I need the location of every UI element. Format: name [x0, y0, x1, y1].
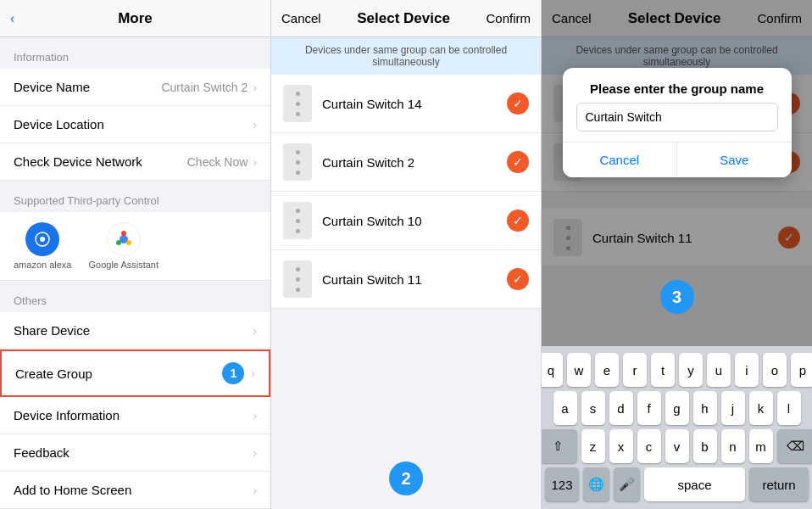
- device-name-text: Curtain Switch 11: [322, 272, 497, 287]
- key-j[interactable]: j: [721, 391, 745, 425]
- check-icon: ✓: [507, 151, 529, 173]
- menu-item-add-home[interactable]: Add to Home Screen ›: [0, 472, 270, 509]
- dialog-save-button[interactable]: Save: [677, 143, 792, 177]
- group-name-dialog: Please enter the group name Cancel Save: [563, 68, 792, 177]
- dialog-cancel-button[interactable]: Cancel: [563, 143, 678, 177]
- key-h[interactable]: h: [693, 391, 717, 425]
- return-key[interactable]: return: [749, 467, 809, 501]
- menu-item-create-group[interactable]: Create Group 1 ›: [0, 350, 270, 397]
- chevron-icon: ›: [253, 409, 257, 422]
- menu-item-feedback[interactable]: Feedback ›: [0, 434, 270, 472]
- key-q[interactable]: q: [542, 353, 563, 387]
- step3-badge: 3: [660, 280, 694, 314]
- device-info-label: Device Information: [14, 408, 120, 422]
- key-b[interactable]: b: [693, 429, 717, 463]
- key-t[interactable]: t: [651, 353, 675, 387]
- list-item[interactable]: Curtain Switch 10 ✓: [271, 192, 541, 250]
- device-name-text: Curtain Switch 2: [322, 155, 497, 170]
- chevron-icon: ›: [251, 366, 255, 380]
- keyboard-row-4: 123 🌐 🎤 space return: [545, 467, 809, 501]
- key-a[interactable]: a: [553, 391, 577, 425]
- key-n[interactable]: n: [721, 429, 745, 463]
- panel1-header: ‹ More: [0, 0, 270, 37]
- check-icon: ✓: [507, 268, 529, 290]
- device-thumbnail: [283, 260, 312, 298]
- list-item[interactable]: Curtain Switch 11 ✓: [271, 250, 541, 309]
- keyboard-row-2: a s d f g h j k l: [545, 391, 809, 425]
- menu-item-device-location[interactable]: Device Location ›: [0, 106, 270, 143]
- chevron-icon: ›: [253, 81, 257, 94]
- key-d[interactable]: d: [609, 391, 633, 425]
- shift-key[interactable]: ⇧: [542, 429, 577, 463]
- check-network-label: Check Device Network: [14, 154, 142, 169]
- back-button[interactable]: ‹: [10, 11, 14, 26]
- device-name-text: Curtain Switch 10: [322, 214, 497, 228]
- google-item[interactable]: Google Assistant: [89, 222, 159, 270]
- globe-key[interactable]: 🌐: [583, 467, 609, 501]
- key-s[interactable]: s: [581, 391, 605, 425]
- menu-item-device-info[interactable]: Device Information ›: [0, 397, 270, 434]
- alexa-icon: [25, 222, 59, 256]
- key-c[interactable]: c: [637, 429, 661, 463]
- num-key[interactable]: 123: [545, 467, 579, 501]
- mic-key[interactable]: 🎤: [614, 467, 640, 501]
- key-l[interactable]: l: [777, 391, 801, 425]
- menu-item-share-device[interactable]: Share Device ›: [0, 312, 270, 350]
- backspace-key[interactable]: ⌫: [777, 429, 813, 463]
- key-k[interactable]: k: [749, 391, 773, 425]
- panel2-header: Cancel Select Device Confirm: [271, 0, 541, 37]
- key-u[interactable]: u: [707, 353, 731, 387]
- alexa-item[interactable]: amazon alexa: [14, 222, 72, 270]
- device-name-text: Curtain Switch 14: [322, 97, 497, 111]
- step2-badge: 2: [389, 461, 423, 495]
- key-g[interactable]: g: [665, 391, 689, 425]
- add-home-label: Add to Home Screen: [14, 483, 131, 497]
- key-v[interactable]: v: [665, 429, 689, 463]
- chevron-icon: ›: [253, 484, 257, 497]
- chevron-icon: ›: [253, 155, 257, 169]
- key-i[interactable]: i: [735, 353, 759, 387]
- device-location-right: ›: [253, 118, 257, 131]
- dialog-title: Please enter the group name: [563, 68, 792, 103]
- key-m[interactable]: m: [749, 429, 773, 463]
- device-name-value: Curtain Switch 2: [161, 81, 247, 94]
- list-item[interactable]: Curtain Switch 14 ✓: [271, 75, 541, 133]
- create-group-label: Create Group: [15, 366, 92, 381]
- device-thumbnail: [283, 143, 312, 181]
- key-w[interactable]: w: [567, 353, 591, 387]
- key-x[interactable]: x: [609, 429, 633, 463]
- section-thirdparty-label: Supported Third-party Control: [0, 181, 270, 212]
- menu-item-device-name[interactable]: Device Name Curtain Switch 2 ›: [0, 69, 270, 106]
- key-y[interactable]: y: [679, 353, 703, 387]
- device-name-right: Curtain Switch 2 ›: [161, 81, 257, 94]
- key-z[interactable]: z: [581, 429, 605, 463]
- group-name-input[interactable]: [576, 103, 778, 131]
- key-o[interactable]: o: [763, 353, 787, 387]
- keyboard-row-1: q w e r t y u i o p: [545, 353, 809, 387]
- back-icon: ‹: [10, 11, 14, 26]
- key-r[interactable]: r: [623, 353, 647, 387]
- share-device-label: Share Device: [14, 323, 90, 338]
- menu-item-check-network[interactable]: Check Device Network Check Now ›: [0, 143, 270, 181]
- panel2-confirm-button[interactable]: Confirm: [486, 11, 531, 25]
- panel-more: ‹ More Information Device Name Curtain S…: [0, 0, 271, 509]
- list-item[interactable]: Curtain Switch 2 ✓: [271, 133, 541, 192]
- svg-point-3: [121, 231, 126, 236]
- space-key[interactable]: space: [644, 467, 745, 501]
- key-p[interactable]: p: [791, 353, 812, 387]
- alexa-label: amazon alexa: [14, 260, 72, 270]
- device-thumbnail: [283, 85, 312, 122]
- check-icon: ✓: [507, 92, 529, 115]
- section-information-label: Information: [0, 37, 270, 69]
- dialog-buttons: Cancel Save: [563, 142, 792, 177]
- device-location-label: Device Location: [14, 117, 104, 131]
- google-icon: [107, 222, 141, 256]
- panel2-cancel-button[interactable]: Cancel: [281, 11, 321, 25]
- keyboard-row-3: ⇧ z x c v b n m ⌫: [545, 429, 809, 463]
- panel-select-device: Cancel Select Device Confirm Devices und…: [271, 0, 542, 509]
- panel1-title: More: [118, 10, 153, 27]
- google-label: Google Assistant: [89, 260, 159, 270]
- info-banner: Devices under same group can be controll…: [271, 37, 541, 75]
- key-f[interactable]: f: [637, 391, 661, 425]
- key-e[interactable]: e: [595, 353, 619, 387]
